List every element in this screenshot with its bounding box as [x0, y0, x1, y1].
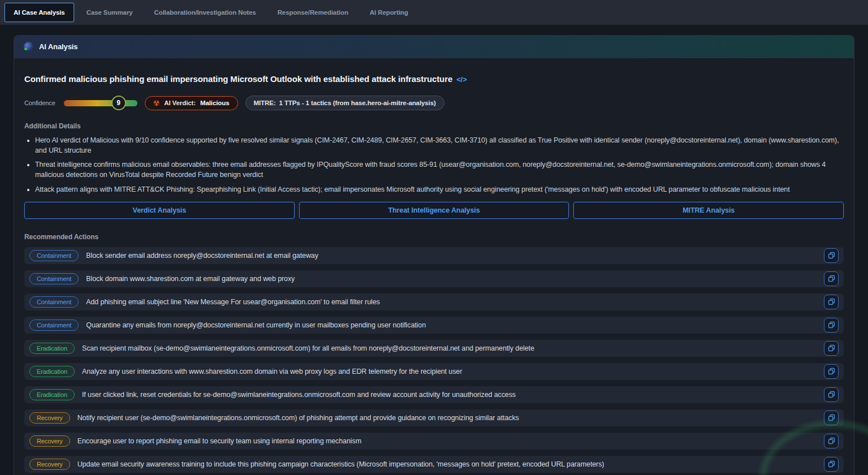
ai-analysis-panel: AI Analysis Confirmed malicious phishing…: [14, 35, 854, 475]
category-badge: Containment: [29, 250, 79, 261]
ai-verdict-badge: ☢ AI Verdict: Malicious: [145, 96, 238, 110]
copy-icon: [828, 298, 835, 305]
additional-details-title: Additional Details: [24, 122, 844, 130]
category-badge: Eradication: [29, 343, 75, 354]
tab-collaboration-investigation-notes[interactable]: Collaboration/Investigation Notes: [145, 3, 265, 22]
action-row: Eradication If user clicked link, reset …: [24, 386, 844, 403]
confidence-gauge: 9: [64, 96, 137, 110]
action-text: Notify recipient user (se-demo@swimlanei…: [77, 414, 824, 422]
mitre-value: 1 TTPs - 1 tactics (from hase.hero-ai-mi…: [279, 100, 436, 106]
action-row: Containment Block domain www.sharestion.…: [24, 270, 844, 287]
copy-action-button[interactable]: [824, 457, 839, 472]
tab-response-remediation[interactable]: Response/Remediation: [269, 3, 357, 22]
action-text: If user clicked link, reset credentials …: [82, 391, 824, 399]
mitre-badge: MITRE: 1 TTPs - 1 tactics (from hase.her…: [245, 96, 444, 110]
action-text: Analyze any user interactions with www.s…: [82, 368, 824, 375]
threat-intelligence-analysis-button[interactable]: Threat Intelligence Analysis: [299, 202, 569, 219]
additional-details-list: Hero AI verdict of Malicious with 9/10 c…: [24, 135, 844, 195]
copy-action-button[interactable]: [824, 318, 839, 332]
tab-ai-case-analysis[interactable]: AI Case Analysis: [5, 3, 74, 22]
copy-icon: [828, 321, 835, 329]
mitre-analysis-button[interactable]: MITRE Analysis: [573, 202, 844, 219]
action-row: Containment Add phishing email subject l…: [24, 293, 844, 310]
action-text: Add phishing email subject line 'New Mes…: [86, 298, 824, 306]
detail-bullet: Attack pattern aligns with MITRE ATT&CK …: [35, 184, 844, 195]
verdict-analysis-button[interactable]: Verdict Analysis: [24, 202, 295, 219]
detail-bullet: Hero AI verdict of Malicious with 9/10 c…: [35, 135, 844, 156]
confidence-bar: [64, 100, 137, 106]
recommended-actions-title: Recommended Actions: [24, 233, 844, 241]
copy-action-button[interactable]: [824, 341, 839, 356]
action-text: Block sender email address noreply@docst…: [86, 252, 824, 260]
copy-action-button[interactable]: [824, 411, 839, 425]
action-row: Containment Block sender email address n…: [24, 247, 844, 264]
mitre-label: MITRE:: [254, 100, 276, 106]
category-badge: Recovery: [29, 459, 70, 470]
action-row: Eradication Analyze any user interaction…: [24, 363, 844, 380]
action-row: Recovery Encourage user to report phishi…: [24, 433, 844, 450]
copy-icon: [828, 252, 835, 259]
action-row: Recovery Notify recipient user (se-demo@…: [24, 409, 844, 426]
category-badge: Recovery: [29, 412, 70, 424]
action-row: Eradication Scan recipient mailbox (se-d…: [24, 340, 844, 357]
category-badge: Containment: [29, 273, 79, 284]
ai-analysis-header: AI Analysis: [14, 36, 854, 58]
copy-icon: [828, 437, 835, 444]
copy-action-button[interactable]: [824, 434, 839, 448]
category-badge: Containment: [29, 296, 79, 308]
case-tab-bar: AI Case Analysis Case Summary Collaborat…: [0, 0, 868, 25]
copy-icon: [828, 344, 835, 352]
category-badge: Recovery: [29, 435, 70, 447]
category-badge: Containment: [29, 319, 79, 331]
copy-action-button[interactable]: [824, 271, 839, 286]
analysis-meta-row: Confidence 9 ☢ AI Verdict: Malicious MIT…: [24, 96, 844, 110]
tab-case-summary[interactable]: Case Summary: [77, 3, 142, 22]
analysis-headline: Confirmed malicious phishing email imper…: [24, 74, 844, 84]
category-badge: Eradication: [29, 389, 75, 400]
confidence-value-badge: 9: [111, 96, 126, 110]
copy-action-button[interactable]: [824, 248, 839, 263]
copy-icon: [828, 275, 835, 282]
code-view-icon[interactable]: </>: [456, 75, 467, 84]
action-row: Containment Quarantine any emails from n…: [24, 317, 844, 334]
confidence-label: Confidence: [24, 100, 55, 106]
action-row: Recovery Update email security awareness…: [24, 456, 844, 473]
verdict-label: AI Verdict:: [164, 100, 196, 106]
copy-icon: [828, 368, 835, 375]
copy-icon: [828, 460, 835, 468]
action-text: Update email security awareness training…: [77, 460, 824, 468]
radiation-icon: ☢: [153, 100, 160, 107]
copy-icon: [828, 391, 835, 398]
verdict-value: Malicious: [200, 100, 230, 106]
copy-action-button[interactable]: [824, 364, 839, 379]
category-badge: Eradication: [29, 366, 75, 377]
action-text: Block domain www.sharestion.com at email…: [86, 275, 824, 283]
hero-ai-icon: [24, 42, 33, 51]
tab-ai-reporting[interactable]: AI Reporting: [361, 3, 417, 22]
panel-title: AI Analysis: [39, 42, 78, 51]
action-text: Scan recipient mailbox (se-demo@swimlane…: [82, 344, 824, 352]
copy-icon: [828, 414, 835, 421]
action-text: Encourage user to report phishing email …: [77, 437, 824, 445]
detail-bullet: Threat intelligence confirms malicious e…: [35, 159, 844, 180]
action-text: Quarantine any emails from noreply@docst…: [86, 321, 824, 329]
headline-text: Confirmed malicious phishing email imper…: [24, 74, 452, 84]
copy-action-button[interactable]: [824, 295, 839, 309]
analysis-buttons-row: Verdict Analysis Threat Intelligence Ana…: [24, 202, 844, 219]
copy-action-button[interactable]: [824, 387, 839, 402]
